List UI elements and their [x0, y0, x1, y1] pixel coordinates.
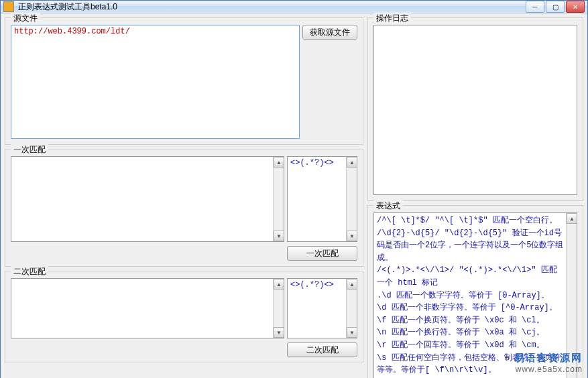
once-pattern-box[interactable]: <>(.*?)<> ▲ ▼ — [287, 156, 357, 242]
expr-line: \f 匹配一个换页符。等价于 \x0c 和 \cl。 — [377, 314, 565, 327]
client-area: 源文件 获取源文件 一次匹配 ▲ ▼ — [1, 13, 587, 378]
expr-line: .\d 匹配一个数字字符。等价于 [0-Array]。 — [377, 290, 565, 302]
scrollbar[interactable]: ▲ ▼ — [346, 279, 357, 338]
expr-line: /<(.*)>.*<\/\1>/ "<(.*)>.*<\/\1>" 匹配一个 h… — [377, 264, 565, 289]
scrollbar[interactable]: ▲ ▼ — [566, 213, 577, 378]
once-match-label: 一次匹配 — [11, 144, 48, 155]
scroll-down-icon[interactable]: ▼ — [274, 327, 284, 338]
twice-match-label: 二次匹配 — [11, 266, 48, 277]
titlebar[interactable]: 正则表达式测试工具beta1.0 ─ ▢ ✕ — [1, 1, 587, 13]
expr-group: 表达式 /^\[ \t]*$/ "^\[ \t]*$" 匹配一个空白行。 /\d… — [367, 205, 583, 378]
scrollbar[interactable]: ▲ ▼ — [273, 279, 284, 338]
fetch-source-button[interactable]: 获取源文件 — [302, 25, 357, 40]
scrollbar[interactable]: ▲ ▼ — [346, 157, 357, 241]
scroll-up-icon[interactable]: ▲ — [347, 279, 357, 290]
scroll-down-icon[interactable]: ▼ — [347, 231, 357, 241]
app-window: 正则表达式测试工具beta1.0 ─ ▢ ✕ 源文件 获取源文件 一次匹配 — [0, 0, 588, 378]
scroll-down-icon[interactable]: ▼ — [274, 231, 284, 241]
scroll-up-icon[interactable]: ▲ — [347, 157, 357, 168]
once-result-box[interactable]: ▲ ▼ — [11, 156, 284, 242]
scroll-up-icon[interactable]: ▲ — [567, 213, 577, 224]
expr-line: /^\[ \t]*$/ "^\[ \t]*$" 匹配一个空白行。 — [377, 214, 565, 227]
close-button[interactable]: ✕ — [566, 1, 585, 13]
expr-line: \s 匹配任何空白字符，包括空格、制表符、换页符等等。等价于[ \f\n\r\t… — [377, 352, 565, 377]
expr-line: \r 匹配一个回车符。等价于 \x0d 和 \cm。 — [377, 339, 565, 352]
scroll-down-icon[interactable]: ▼ — [347, 327, 357, 338]
expr-line: \n 匹配一个换行符。等价于 \x0a 和 \cj。 — [377, 326, 565, 339]
twice-match-button[interactable]: 二次匹配 — [287, 342, 357, 357]
expr-content: /^\[ \t]*$/ "^\[ \t]*$" 匹配一个空白行。 /\d{2}-… — [374, 213, 577, 378]
window-title: 正则表达式测试工具beta1.0 — [18, 1, 526, 13]
log-group: 操作日志 — [367, 17, 583, 201]
twice-result-box[interactable]: ▲ ▼ — [11, 278, 284, 338]
scroll-up-icon[interactable]: ▲ — [274, 279, 284, 290]
scrollbar[interactable]: ▲ ▼ — [273, 157, 284, 241]
maximize-button[interactable]: ▢ — [546, 1, 565, 13]
source-input[interactable] — [11, 25, 300, 139]
once-match-group: 一次匹配 ▲ ▼ <>(.*?)<> ▲ ▼ — [5, 149, 363, 267]
log-label: 操作日志 — [373, 13, 411, 24]
expr-line: \d 匹配一个非数字字符。等价于 [^0-Array]。 — [377, 302, 565, 314]
expr-line: /\d{2}-\d{5}/ "\d{2}-\d{5}" 验证一个id号码是否由一… — [377, 227, 565, 265]
window-buttons: ─ ▢ ✕ — [526, 1, 585, 13]
twice-match-group: 二次匹配 ▲ ▼ <>(.*?)<> ▲ ▼ — [5, 271, 363, 363]
right-column: 操作日志 表达式 /^\[ \t]*$/ "^\[ \t]*$" 匹配一个空白行… — [367, 17, 583, 378]
app-icon — [3, 1, 14, 12]
scroll-up-icon[interactable]: ▲ — [274, 157, 284, 168]
log-box[interactable] — [373, 25, 577, 195]
expr-box[interactable]: /^\[ \t]*$/ "^\[ \t]*$" 匹配一个空白行。 /\d{2}-… — [373, 212, 577, 378]
minimize-button[interactable]: ─ — [526, 1, 544, 13]
twice-pattern-box[interactable]: <>(.*?)<> ▲ ▼ — [287, 278, 357, 338]
expr-label: 表达式 — [373, 200, 403, 212]
left-column: 源文件 获取源文件 一次匹配 ▲ ▼ — [5, 17, 363, 378]
once-match-button[interactable]: 一次匹配 — [287, 246, 357, 261]
source-group: 源文件 获取源文件 — [5, 17, 363, 145]
source-label: 源文件 — [11, 13, 40, 24]
